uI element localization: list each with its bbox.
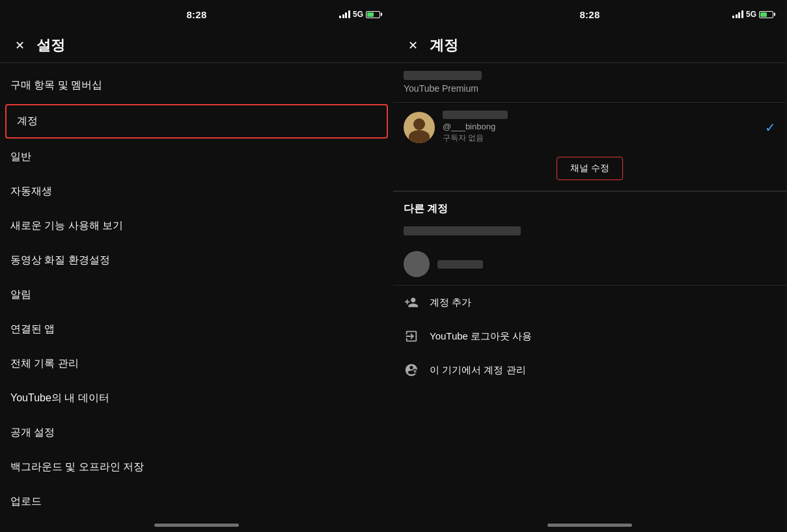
menu-item-connected-apps-label: 연결된 앱: [10, 323, 55, 334]
menu-item-autoplay[interactable]: 자동재생: [0, 174, 393, 209]
add-account-icon: [404, 295, 419, 310]
status-icons-right: 5G: [732, 10, 773, 19]
logout-icon: [404, 328, 419, 344]
close-button-left[interactable]: ✕: [10, 36, 29, 55]
action-logout-label: YouTube 로그아웃 사용: [430, 330, 532, 343]
status-time-left: 8:28: [186, 9, 206, 20]
current-account-section: YouTube Premium: [393, 63, 786, 103]
other-avatar-blur: [404, 251, 430, 277]
left-panel: 8:28 5G ✕ 설정 구매 항목 및 멤버십 계정: [0, 0, 393, 532]
status-icons-left: 5G: [339, 10, 380, 19]
menu-item-try-features-label: 새로운 기능 사용해 보기: [10, 220, 123, 231]
battery-icon-left: [366, 11, 380, 18]
action-logout[interactable]: YouTube 로그아웃 사용: [393, 319, 786, 353]
menu-item-connected-apps[interactable]: 연결된 앱: [0, 312, 393, 347]
channel-edit-section: 채널 수정: [393, 152, 786, 191]
menu-item-history[interactable]: 전체 기록 관리: [0, 347, 393, 381]
action-add-account[interactable]: 계정 추가: [393, 286, 786, 319]
close-button-right[interactable]: ✕: [404, 36, 422, 55]
menu-item-purchases[interactable]: 구매 항목 및 멤버십: [0, 68, 393, 103]
right-panel: 8:28 5G ✕ 계정 YouTube Premium: [393, 0, 786, 532]
home-indicator-left: [0, 510, 393, 532]
battery-fill-right: [760, 12, 767, 17]
battery-icon-right: [759, 11, 773, 18]
action-manage-accounts[interactable]: 이 기기에서 계정 관리: [393, 353, 786, 387]
account-title: 계정: [430, 36, 458, 55]
network-type-right: 5G: [746, 10, 756, 19]
menu-item-my-data[interactable]: YouTube의 내 데이터: [0, 381, 393, 416]
account-handle: @___binbong: [443, 122, 776, 131]
menu-item-privacy-label: 공개 설정: [10, 427, 55, 438]
menu-item-history-label: 전체 기록 관리: [10, 358, 79, 369]
menu-item-try-features[interactable]: 새로운 기능 사용해 보기: [0, 209, 393, 243]
menu-item-video-quality-label: 동영상 화질 환경설정: [10, 254, 110, 265]
account-card[interactable]: @___binbong 구독자 없음 ✓: [393, 103, 786, 152]
other-account-card[interactable]: [393, 246, 786, 282]
other-account-name-blurred: [404, 226, 521, 235]
menu-item-purchases-label: 구매 항목 및 멤버십: [10, 79, 102, 90]
account-subscriber-status: 구독자 없음: [443, 133, 776, 144]
home-indicator-right: [393, 510, 786, 532]
account-name-blur-bar: [404, 71, 482, 80]
menu-item-autoplay-label: 자동재생: [10, 185, 52, 196]
menu-item-general-label: 일반: [10, 151, 31, 162]
battery-fill-left: [367, 12, 374, 17]
menu-item-my-data-label: YouTube의 내 데이터: [10, 392, 109, 403]
other-accounts-header: 다른 계정: [393, 192, 786, 221]
menu-item-background-label: 백그라운드 및 오프라인 저장: [10, 461, 144, 472]
signal-icon-right: [732, 10, 743, 18]
settings-menu-list: 구매 항목 및 멤버십 계정 일반 자동재생 새로운 기능 사용해 보기 동영상…: [0, 63, 393, 510]
menu-item-general[interactable]: 일반: [0, 140, 393, 174]
network-type-left: 5G: [353, 10, 363, 19]
menu-item-notifications[interactable]: 알림: [0, 278, 393, 312]
menu-item-account-label: 계정: [17, 115, 38, 126]
other-account-blur-row: [393, 221, 786, 246]
home-bar-right: [547, 524, 632, 527]
menu-item-background[interactable]: 백그라운드 및 오프라인 저장: [0, 450, 393, 485]
account-info: @___binbong 구독자 없음: [443, 111, 776, 144]
settings-title: 설정: [36, 36, 65, 55]
menu-item-video-quality[interactable]: 동영상 화질 환경설정: [0, 243, 393, 278]
account-card-section: @___binbong 구독자 없음 ✓ 채널 수정: [393, 103, 786, 192]
signal-icon-left: [339, 10, 350, 18]
account-selected-checkmark: ✓: [765, 120, 776, 135]
other-account-name-blur: [437, 260, 483, 269]
account-name-blurred: [443, 111, 508, 119]
avatar: [404, 112, 435, 143]
menu-item-upload-label: 업로드: [10, 496, 42, 507]
youtube-premium-label: YouTube Premium: [404, 83, 478, 94]
action-manage-accounts-label: 이 기기에서 계정 관리: [430, 364, 526, 377]
menu-item-upload[interactable]: 업로드: [0, 485, 393, 510]
status-bar-left: 8:28 5G: [0, 0, 393, 29]
menu-item-notifications-label: 알림: [10, 289, 31, 300]
status-bar-right: 8:28 5G: [393, 0, 786, 29]
account-header: ✕ 계정: [393, 29, 786, 62]
status-time-right: 8:28: [579, 9, 600, 20]
other-account-avatar: [404, 251, 430, 277]
action-add-account-label: 계정 추가: [430, 297, 471, 309]
menu-item-privacy[interactable]: 공개 설정: [0, 416, 393, 450]
manage-accounts-icon: [404, 362, 419, 378]
channel-edit-button[interactable]: 채널 수정: [557, 157, 623, 180]
other-accounts-title: 다른 계정: [404, 203, 448, 214]
settings-header: ✕ 설정: [0, 29, 393, 62]
home-bar-left: [154, 524, 239, 527]
menu-item-account[interactable]: 계정: [5, 104, 388, 139]
